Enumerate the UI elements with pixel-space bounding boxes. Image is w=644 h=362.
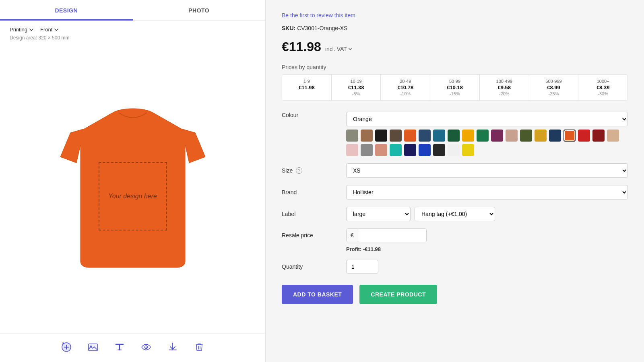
svg-rect-2	[89, 344, 97, 351]
action-buttons: ADD TO BASKET CREATE PRODUCT	[282, 285, 628, 304]
color-swatch[interactable]	[491, 130, 503, 142]
profit-row: Profit: -€11.98	[282, 245, 628, 253]
size-select[interactable]: XSSMLXL2XL3XL	[346, 163, 628, 178]
right-panel: Be the first to review this item SKU: CV…	[266, 0, 644, 362]
resale-price-input[interactable]	[358, 229, 426, 242]
quantity-input[interactable]	[346, 260, 378, 274]
tshirt-container: Your design here	[56, 101, 209, 278]
brand-select[interactable]: HollisterBella+CanvasGildan	[346, 185, 628, 200]
left-panel: DESIGN PHOTO Printing Front Design area:…	[0, 0, 266, 362]
color-swatch[interactable]	[419, 130, 431, 142]
qty-col: 100-499€9.58-20%	[480, 75, 529, 100]
qty-col: 1000+€8.39-30%	[578, 75, 627, 100]
resale-price-label: Resale price	[282, 232, 346, 239]
create-product-button[interactable]: CREATE PRODUCT	[359, 285, 437, 304]
chevron-down-icon	[29, 27, 34, 32]
size-label-container: Size ?	[282, 167, 346, 174]
canvas-area: Your design here	[0, 45, 265, 333]
color-swatch[interactable]	[535, 130, 547, 142]
tab-design[interactable]: DESIGN	[0, 0, 133, 21]
label-label: Label	[282, 211, 346, 217]
sku-row: SKU: CV3001-Orange-XS	[282, 25, 628, 31]
color-swatch[interactable]	[390, 130, 402, 142]
text-icon[interactable]	[114, 342, 125, 352]
color-swatch[interactable]	[375, 130, 387, 142]
colour-label: Colour	[282, 112, 346, 118]
color-swatch[interactable]	[419, 144, 431, 156]
colour-select[interactable]: OrangeWhiteBlackNavyRedGrey	[346, 112, 628, 126]
toolbar	[0, 333, 265, 362]
quantity-row: Quantity	[282, 260, 628, 274]
review-link[interactable]: Be the first to review this item	[282, 12, 628, 19]
quantity-label: Quantity	[282, 263, 346, 270]
color-swatch[interactable]	[462, 144, 474, 156]
label-type-select[interactable]: No labelStandardHang tag (+€1.00)	[415, 207, 495, 221]
color-swatch[interactable]	[578, 130, 590, 142]
qty-table: 1-9€11.9810-19€11.38-5%20-49€10.78-10%50…	[282, 74, 628, 101]
colour-control: OrangeWhiteBlackNavyRedGrey	[346, 112, 628, 156]
design-area-label: Design area: 320 × 500 mm	[0, 34, 265, 45]
design-placeholder: Your design here	[99, 162, 167, 230]
design-placeholder-text: Your design here	[108, 193, 157, 200]
color-swatch[interactable]	[433, 144, 445, 156]
tab-photo[interactable]: PHOTO	[133, 0, 266, 21]
qty-col: 500-999€8.99-25%	[529, 75, 579, 100]
color-swatch[interactable]	[448, 144, 460, 156]
color-swatch[interactable]	[433, 130, 445, 142]
profit-text: Profit: -€11.98	[346, 246, 381, 252]
prices-by-qty-label: Prices by quantity	[282, 64, 628, 70]
price-main: €11.98	[282, 39, 321, 54]
download-icon[interactable]	[167, 342, 178, 352]
color-swatch[interactable]	[404, 130, 416, 142]
color-swatch[interactable]	[477, 130, 489, 142]
color-swatch[interactable]	[346, 144, 358, 156]
chevron-down-icon	[348, 47, 352, 51]
size-label: Size	[282, 167, 293, 174]
label-field-row: Label smallmediumlarge No labelStandardH…	[282, 207, 628, 221]
qty-col: 20-49€10.78-10%	[381, 75, 430, 100]
color-swatch[interactable]	[462, 130, 474, 142]
qty-col: 50-99€10.18-15%	[430, 75, 480, 100]
controls-row: Printing Front	[0, 21, 265, 34]
color-swatch[interactable]	[549, 130, 561, 142]
svg-point-5	[145, 347, 147, 348]
brand-field-row: Brand HollisterBella+CanvasGildan	[282, 185, 628, 200]
color-swatch[interactable]	[564, 130, 576, 142]
color-swatches	[346, 130, 628, 156]
color-swatch[interactable]	[346, 130, 358, 142]
sku-value: CV3001-Orange-XS	[297, 25, 347, 31]
color-swatch[interactable]	[361, 144, 373, 156]
color-swatch[interactable]	[361, 130, 373, 142]
color-swatch[interactable]	[592, 130, 605, 142]
brand-label: Brand	[282, 189, 346, 195]
sku-label: SKU:	[282, 25, 295, 31]
qty-col: 10-19€11.38-5%	[332, 75, 381, 100]
color-swatch[interactable]	[520, 130, 532, 142]
size-info-icon[interactable]: ?	[296, 167, 302, 174]
chevron-down-icon	[54, 27, 59, 32]
size-field-row: Size ? XSSMLXL2XL3XL	[282, 163, 628, 178]
delete-icon[interactable]	[194, 342, 204, 352]
label-control: smallmediumlarge No labelStandardHang ta…	[346, 207, 628, 221]
qty-col: 1-9€11.98	[282, 75, 332, 100]
color-swatch[interactable]	[607, 130, 619, 142]
colour-field-row: Colour OrangeWhiteBlackNavyRedGrey	[282, 112, 628, 156]
vat-dropdown[interactable]: incl. VAT	[325, 46, 352, 52]
front-dropdown[interactable]: Front	[40, 27, 59, 33]
color-swatch[interactable]	[404, 144, 416, 156]
color-swatch[interactable]	[390, 144, 402, 156]
resale-price-row: Resale price €	[282, 228, 628, 242]
add-design-icon[interactable]	[61, 342, 72, 352]
color-swatch[interactable]	[506, 130, 518, 142]
price-row: €11.98 incl. VAT	[282, 39, 628, 54]
currency-input: €	[346, 228, 427, 242]
printing-dropdown[interactable]: Printing	[10, 27, 34, 33]
add-to-basket-button[interactable]: ADD TO BASKET	[282, 285, 353, 304]
gallery-icon[interactable]	[88, 342, 98, 352]
brand-control: HollisterBella+CanvasGildan	[346, 185, 628, 200]
color-swatch[interactable]	[375, 144, 387, 156]
label-size-select[interactable]: smallmediumlarge	[346, 207, 411, 221]
color-swatch[interactable]	[448, 130, 460, 142]
preview-icon[interactable]	[141, 342, 151, 352]
currency-symbol: €	[347, 229, 358, 242]
